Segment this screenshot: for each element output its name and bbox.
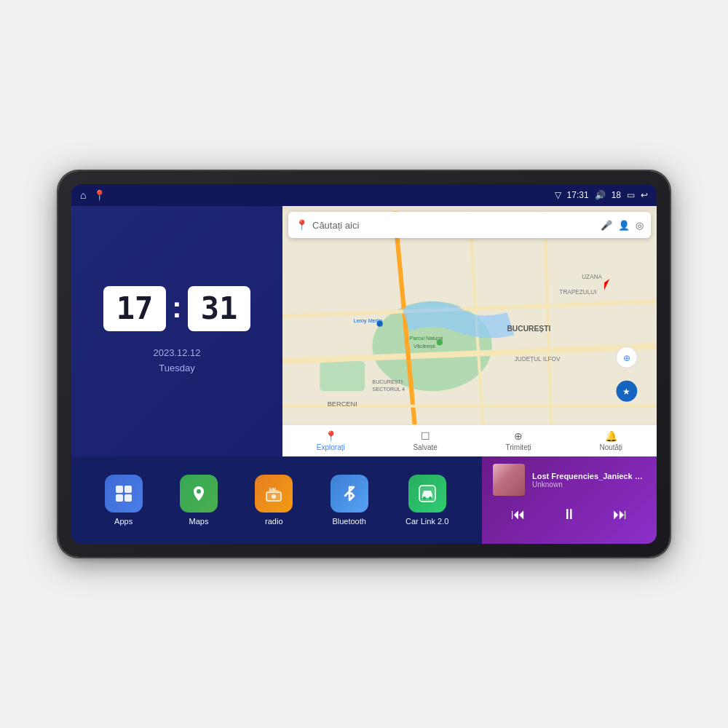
svg-text:Leroy Merlin: Leroy Merlin — [354, 317, 383, 324]
svg-rect-28 — [124, 494, 132, 502]
screen: ⌂ 📍 ▽ 17:31 🔊 18 ▭ ↩ — [71, 184, 657, 544]
svg-text:BUCUREȘTI: BUCUREȘTI — [372, 379, 403, 385]
account-icon[interactable]: 👤 — [618, 220, 630, 231]
explore-label: Explorați — [317, 443, 345, 451]
media-artist: Unknown — [532, 480, 646, 488]
layers-icon[interactable]: ◎ — [636, 220, 644, 231]
main-area: 17 : 31 2023.12.12 Tuesday — [71, 206, 657, 544]
svg-point-36 — [429, 496, 432, 499]
radio-label: radio — [265, 517, 282, 526]
svg-text:Parcul Natural: Parcul Natural — [410, 335, 443, 341]
svg-text:BUCUREȘTI: BUCUREȘTI — [507, 325, 550, 333]
app-item-maps[interactable]: Maps — [180, 475, 218, 526]
mic-icon[interactable]: 🎤 — [601, 220, 612, 231]
svg-text:JUDEȚUL ILFOV: JUDEȚUL ILFOV — [515, 356, 561, 363]
map-pin-icon: 📍 — [296, 219, 308, 231]
date-value: 2023.12.12 — [153, 346, 200, 361]
radio-icon-svg: FM — [264, 483, 284, 504]
apps-bar: Apps Maps — [71, 456, 482, 544]
map-nav-send[interactable]: ⊕ Trimiteți — [506, 430, 531, 451]
svg-point-35 — [423, 496, 426, 499]
map-search-right: 🎤 👤 ◎ — [601, 220, 644, 231]
media-title: Lost Frequencies_Janieck Devy-... — [532, 472, 646, 480]
status-bar: ⌂ 📍 ▽ 17:31 🔊 18 ▭ ↩ — [71, 184, 657, 206]
apps-icon — [105, 475, 143, 513]
svg-text:SECTORUL 4: SECTORUL 4 — [372, 386, 405, 392]
saved-icon: ☐ — [421, 430, 430, 442]
svg-rect-27 — [116, 494, 123, 502]
svg-rect-2 — [320, 361, 365, 391]
album-art — [493, 464, 525, 496]
signal-icon: ▽ — [555, 190, 561, 200]
carlink-label: Car Link 2.0 — [405, 517, 448, 526]
svg-point-31 — [272, 494, 276, 499]
home-icon[interactable]: ⌂ — [80, 189, 86, 201]
send-icon: ⊕ — [514, 430, 523, 442]
app-item-apps[interactable]: Apps — [105, 475, 143, 526]
svg-text:⊕: ⊕ — [623, 353, 630, 363]
app-item-radio[interactable]: FM radio — [255, 475, 293, 526]
map-svg: BUCUREȘTI JUDEȚUL ILFOV TRAPEZULUI BERCE… — [282, 206, 657, 456]
maps-shortcut-icon[interactable]: 📍 — [93, 189, 106, 201]
clock-hours: 17 — [103, 286, 167, 331]
news-label: Noutăți — [599, 443, 622, 451]
clock-minutes: 31 — [188, 286, 251, 331]
media-info: Lost Frequencies_Janieck Devy-... Unknow… — [493, 464, 646, 496]
app-item-carlink[interactable]: Car Link 2.0 — [405, 475, 448, 526]
volume-level: 18 — [612, 190, 621, 200]
status-left: ⌂ 📍 — [80, 189, 106, 201]
battery-icon: ▭ — [627, 190, 635, 200]
svg-text:FM: FM — [269, 487, 276, 491]
back-icon[interactable]: ↩ — [641, 190, 648, 200]
top-section: 17 : 31 2023.12.12 Tuesday — [71, 206, 657, 456]
carlink-icon — [408, 475, 446, 513]
map-panel[interactable]: BUCUREȘTI JUDEȚUL ILFOV TRAPEZULUI BERCE… — [282, 206, 657, 456]
svg-rect-26 — [124, 486, 132, 493]
media-controls: ⏮ ⏸ ⏭ — [493, 503, 646, 526]
apps-label: Apps — [114, 517, 132, 526]
svg-text:UZANA: UZANA — [582, 274, 602, 280]
map-search-input[interactable]: Căutați aici — [312, 220, 601, 231]
map-nav-explore[interactable]: 📍 Explorați — [317, 430, 345, 451]
media-text: Lost Frequencies_Janieck Devy-... Unknow… — [532, 472, 646, 488]
send-label: Trimiteți — [506, 443, 531, 451]
date-display: 2023.12.12 Tuesday — [153, 346, 200, 376]
svg-point-29 — [197, 489, 201, 494]
apps-icon-svg — [114, 483, 134, 504]
svg-text:Văcărești: Văcărești — [414, 343, 435, 349]
maps-icon — [180, 475, 218, 513]
carlink-icon-svg — [417, 483, 438, 504]
next-button[interactable]: ⏭ — [607, 503, 633, 526]
status-right: ▽ 17:31 🔊 18 ▭ ↩ — [555, 190, 648, 200]
news-icon: 🔔 — [605, 430, 617, 442]
svg-rect-25 — [116, 486, 123, 493]
bluetooth-icon — [331, 475, 368, 513]
bottom-section: Apps Maps — [71, 456, 657, 544]
map-nav-bar: 📍 Explorați ☐ Salvate ⊕ Trimiteți — [282, 424, 657, 456]
map-nav-news[interactable]: 🔔 Noutăți — [599, 430, 622, 451]
play-pause-button[interactable]: ⏸ — [556, 503, 582, 526]
saved-label: Salvate — [413, 443, 437, 451]
svg-text:★: ★ — [622, 387, 630, 397]
bluetooth-icon-svg — [339, 483, 360, 504]
device-wrapper: ⌂ 📍 ▽ 17:31 🔊 18 ▭ ↩ — [58, 171, 670, 557]
svg-text:BERCENI: BERCENI — [328, 400, 357, 408]
clock-panel: 17 : 31 2023.12.12 Tuesday — [71, 206, 282, 456]
prev-button[interactable]: ⏮ — [505, 503, 531, 526]
map-search-bar[interactable]: 📍 Căutați aici 🎤 👤 ◎ — [288, 212, 651, 238]
device-shell: ⌂ 📍 ▽ 17:31 🔊 18 ▭ ↩ — [58, 171, 670, 557]
maps-icon-svg — [189, 483, 209, 504]
bluetooth-label: Bluetooth — [332, 517, 365, 526]
media-thumbnail — [493, 464, 525, 496]
app-item-bluetooth[interactable]: Bluetooth — [331, 475, 368, 526]
volume-icon: 🔊 — [595, 190, 606, 200]
clock-colon: : — [172, 293, 181, 322]
clock-display: 17 : 31 — [103, 286, 250, 331]
radio-icon: FM — [255, 475, 293, 513]
status-time: 17:31 — [567, 190, 589, 200]
explore-icon: 📍 — [325, 430, 337, 442]
maps-label: Maps — [189, 517, 209, 526]
svg-text:TRAPEZULUI: TRAPEZULUI — [559, 289, 596, 296]
map-nav-saved[interactable]: ☐ Salvate — [413, 430, 437, 451]
day-value: Tuesday — [153, 361, 200, 376]
